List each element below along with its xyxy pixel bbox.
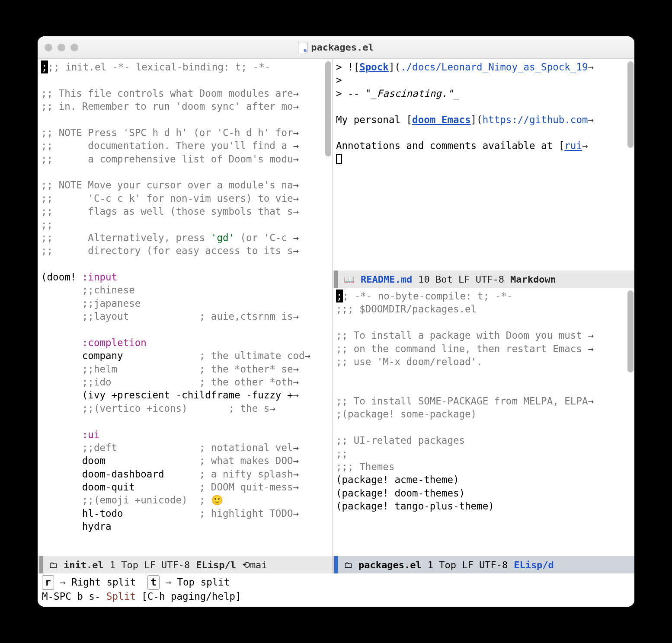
which-key-options: r → Right split t → Top split: [42, 575, 630, 590]
window-controls: [45, 44, 78, 51]
modeline-indicator: [39, 556, 43, 573]
readme-content: > ![Spock](./docs/Leonard_Nimoy_as_Spock…: [333, 59, 634, 167]
modeline-init-el[interactable]: 🗀 init.el 1 Top LF UTF-8 ELisp/l ⟲mai: [38, 556, 332, 573]
packages-split: ;; -*- no-byte-compile: t; -*- ;;; $DOOM…: [333, 288, 634, 573]
book-icon: 📖: [344, 274, 355, 284]
document-icon: [298, 42, 307, 53]
modeline-major-mode: Markdown: [510, 274, 556, 285]
which-key-prefix: M-SPC b s- Split [C-h paging/help]: [42, 590, 630, 604]
empty-cursor-box: [336, 154, 342, 164]
zoom-icon[interactable]: [70, 44, 78, 51]
emoji-icon: 🙂: [211, 494, 223, 506]
scrollbar[interactable]: [325, 61, 331, 156]
splits: ;;; init.el -*- lexical-binding: t; -*- …: [38, 59, 634, 573]
modeline-major-mode: ELisp/d: [514, 560, 554, 570]
packages-content: ;; -*- no-byte-compile: t; -*- ;;; $DOOM…: [333, 288, 634, 514]
minibuffer[interactable]: r → Right split t → Top split M-SPC b s-…: [38, 573, 634, 607]
workarea: ;;; init.el -*- lexical-binding: t; -*- …: [38, 59, 634, 607]
modeline-readme[interactable]: 📖 README.md 10 Bot LF UTF-8 Markdown: [333, 271, 634, 288]
key-t[interactable]: t: [147, 575, 160, 590]
left-column: ;;; init.el -*- lexical-binding: t; -*- …: [38, 59, 333, 573]
modeline-filename: README.md: [361, 274, 412, 285]
modeline-filename: packages.el: [358, 560, 422, 570]
cursor: ;: [41, 60, 48, 73]
spock-link[interactable]: Spock: [359, 61, 389, 73]
folder-icon: 🗀: [49, 560, 58, 570]
modeline-position: 10 Bot LF UTF-8: [418, 274, 504, 285]
init-el-content: ;;; init.el -*- lexical-binding: t; -*- …: [38, 59, 332, 535]
readme-split: > ![Spock](./docs/Leonard_Nimoy_as_Spock…: [333, 59, 634, 288]
scrollbar[interactable]: [627, 61, 634, 148]
modeline-indicator: [334, 271, 338, 288]
right-column: > ![Spock](./docs/Leonard_Nimoy_as_Spock…: [333, 59, 634, 573]
init-el-buffer[interactable]: ;;; init.el -*- lexical-binding: t; -*- …: [38, 59, 332, 556]
modeline-position: 1 Top LF UTF-8: [110, 560, 190, 570]
minimize-icon[interactable]: [58, 44, 65, 51]
cursor: ;: [336, 290, 343, 302]
modeline-indicator: [334, 556, 338, 573]
close-icon[interactable]: [45, 44, 52, 51]
packages-buffer[interactable]: ;; -*- no-byte-compile: t; -*- ;;; $DOOM…: [333, 288, 634, 556]
doom-emacs-link[interactable]: doom Emacs: [412, 114, 470, 125]
scrollbar[interactable]: [627, 290, 634, 372]
modeline-extra: ⟲mai: [242, 560, 267, 570]
modeline-position: 1 Top LF UTF-8: [428, 560, 508, 570]
window-title: packages.el: [311, 42, 374, 53]
rui-link[interactable]: rui: [564, 140, 582, 151]
readme-buffer[interactable]: > ![Spock](./docs/Leonard_Nimoy_as_Spock…: [333, 59, 634, 271]
folder-icon: 🗀: [344, 560, 352, 570]
modeline-major-mode: ELisp/l: [196, 560, 236, 570]
key-r[interactable]: r: [42, 575, 54, 590]
modeline-packages[interactable]: 🗀 packages.el 1 Top LF UTF-8 ELisp/d: [333, 556, 634, 573]
titlebar: packages.el: [38, 36, 634, 59]
emacs-window: packages.el ;;; init.el -*- lexical-bind…: [38, 36, 634, 607]
modeline-filename: init.el: [64, 560, 104, 570]
